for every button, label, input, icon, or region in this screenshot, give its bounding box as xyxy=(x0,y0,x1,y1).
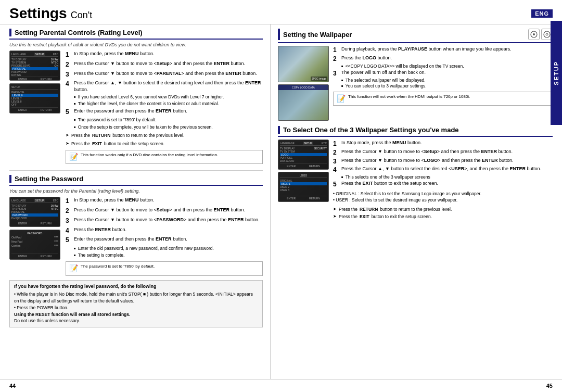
step-4: 4 Press the Cursor ▲, ▼ button to select… xyxy=(66,80,263,93)
wp-info-icon: 📝 xyxy=(337,94,346,104)
setup-sidebar: SETUP xyxy=(551,21,562,125)
wallpaper-section-title: Setting the Wallpaper xyxy=(283,31,352,39)
arrow-return: Press the RETURN button to return to the… xyxy=(66,133,263,138)
ws-arrow-return: Press the RETURN button to return to the… xyxy=(333,207,553,212)
password-screens: LANGUAGE SETUP ETC TV DISPLAY16:9W TV SY… xyxy=(9,197,61,276)
parental-instructions: 1 In Stop mode, press the MENU button. 2… xyxy=(66,50,263,164)
wallpaper-select-screens: LANGUAGE SETUP ETC TV DISPLAYSECURITY TV… xyxy=(278,140,330,220)
info-icon: 📝 xyxy=(69,152,78,162)
page-num-right: 45 xyxy=(546,383,553,389)
title-subtitle: Con't xyxy=(71,10,92,20)
parental-screen-2: SETUP PARENTAL LEVEL 6 LEVEL 7 LEVEL 8 O… xyxy=(9,83,60,113)
parental-body: LANGUAGE SETUP ETC TV DISPLAY16:9W TV SY… xyxy=(9,50,263,164)
main-content: Setting Parental Controls (Rating Level)… xyxy=(0,24,562,379)
password-section: Setting the Password You can set the pas… xyxy=(9,170,263,327)
copy-logo-overlay: COPY LOGO DATA xyxy=(278,85,328,90)
page-header: Settings Con't ENG xyxy=(0,0,562,24)
parental-screen-1: LANGUAGE SETUP ETC TV DISPLAY16:9W TV SY… xyxy=(9,50,60,81)
info-note-1: 📝 This function works only if a DVD disc… xyxy=(66,150,263,165)
wp-bullet-3b: You can select up to 3 wallpaper setting… xyxy=(333,83,553,89)
wallpaper-icons xyxy=(528,29,553,40)
ws-instructions: 1 In Stop mode, press the MENU button. 2… xyxy=(333,140,553,220)
wp-step-3: 3 The power will turn off and then back … xyxy=(333,69,553,78)
bullet-5a: The password is set to '7890' by default… xyxy=(66,117,263,123)
wp-info-text: This function will not work when the HDM… xyxy=(348,94,470,99)
pwd-step-2: 2 Press the Cursor ▼ button to move to <… xyxy=(66,207,263,216)
bullet-4a: If you have selected Level 6, you cannot… xyxy=(66,94,263,100)
page-title: Settings Con't xyxy=(9,5,92,22)
info-note-2: 📝 The password is set to '7890' by defau… xyxy=(66,261,263,276)
warning-text2: • Press the POWER button. xyxy=(14,305,258,311)
ws-arrow-exit: Press the EXIT button to exit the setup … xyxy=(333,214,553,220)
step-1: 1 In Stop mode, press the MENU button. xyxy=(66,50,263,59)
wp-bullet-3a: The selected wallpaper will be displayed… xyxy=(333,78,553,83)
warning-text3: Do not use this unless necessary. xyxy=(14,318,258,324)
section-divider xyxy=(9,39,263,40)
parental-section-header: Setting Parental Controls (Rating Level) xyxy=(9,29,263,36)
page-numbers: 44 45 xyxy=(0,379,562,392)
bullet-4b: The higher the level, the closer the con… xyxy=(66,101,263,107)
warning-bold1: Using the RESET function will erase all … xyxy=(14,311,258,318)
parental-controls-section: Setting Parental Controls (Rating Level)… xyxy=(9,29,263,164)
parental-section-title: Setting Parental Controls (Rating Level) xyxy=(15,29,143,36)
svg-point-1 xyxy=(533,33,535,35)
pwd-step-1: 1 In Stop mode, press the MENU button. xyxy=(66,197,263,206)
wp-step-1: 1 During playback, press the PLAY/PAUSE … xyxy=(333,46,553,55)
warning-box: If you have forgotten the rating level p… xyxy=(9,280,263,327)
wp-info-note: 📝 This function will not work when the H… xyxy=(333,92,553,106)
wallpaper-select-section: To Select One of the 3 Wallpaper Setting… xyxy=(278,126,553,220)
pwd-step-3: 3 Press the Cursor ▼ button to move to <… xyxy=(66,217,263,225)
ws-footer-notes: • ORIGINAL : Select this to set the Sams… xyxy=(333,191,553,204)
wp-step-2: 2 Press the LOGO button. xyxy=(333,55,553,64)
password-screen-1: LANGUAGE SETUP ETC TV DISPLAY16:9W TV SY… xyxy=(9,197,60,227)
ws-bullet-4a: This selects one of the 3 wallpaper scre… xyxy=(333,174,553,180)
ws-step-2: 2 Press the Cursor ▼ button to move to <… xyxy=(333,148,553,157)
svg-point-2 xyxy=(544,31,550,37)
copy-logo-screen: COPY LOGO DATA xyxy=(278,84,329,121)
password-section-title: Setting the Password xyxy=(15,175,83,183)
password-body: LANGUAGE SETUP ETC TV DISPLAY16:9W TV SY… xyxy=(9,197,263,276)
password-divider xyxy=(9,185,263,186)
wallpaper-section: Setting the Wallpaper xyxy=(278,29,553,121)
step-3: 3 Press the Cursor ▼ button to move to <… xyxy=(66,70,263,79)
warning-text1: • While the player is in No Disc mode, h… xyxy=(14,291,258,305)
ws-step-4: 4 Press the Cursor ▲, ▼ button to select… xyxy=(333,166,553,174)
ws-step-5: 5 Press the EXIT button to exit the setu… xyxy=(333,180,553,189)
pwd-step-4: 4 Press the ENTER button. xyxy=(66,226,263,235)
pwd-bullet-5b: The setting is complete. xyxy=(66,252,263,258)
page-num-left: 44 xyxy=(9,383,16,389)
ws-footer-1: • ORIGINAL : Select this to set the Sams… xyxy=(333,191,553,197)
info-note-2-text: The password is set to '7890' by default… xyxy=(81,263,155,269)
password-section-header: Setting the Password xyxy=(9,175,263,183)
info-note-text: This function works only if a DVD disc c… xyxy=(81,152,218,158)
parental-italic-note: Use this to restrict playback of adult o… xyxy=(9,42,263,47)
pwd-bullet-5a: Enter the old password, a new password, … xyxy=(66,246,263,251)
wallpaper-select-body: LANGUAGE SETUP ETC TV DISPLAYSECURITY TV… xyxy=(278,140,553,220)
ws-footer-2: • USER : Select this to set the desired … xyxy=(333,197,553,204)
arrow-exit: Press the EXIT button to exit the setup … xyxy=(66,141,263,147)
ws-screen-2: LOGO ORIGINAL USER 1 USER 2 USER 3 ENTER… xyxy=(278,172,329,202)
page-wrapper: Settings Con't ENG Setting Parental Cont… xyxy=(0,0,562,392)
left-column: Setting Parental Controls (Rating Level)… xyxy=(0,24,271,379)
warning-title: If you have forgotten the rating level p… xyxy=(14,283,258,290)
step-2: 2 Press the Cursor ▼ button to move to <… xyxy=(66,60,263,69)
ws-step-1: 1 In Stop mode, press the MENU button. xyxy=(333,140,553,148)
wallpaper-instructions: 1 During playback, press the PLAY/PAUSE … xyxy=(333,46,553,121)
wallpaper-section-header: Setting the Wallpaper xyxy=(278,29,553,40)
wallpaper-screen-1: JPEG image xyxy=(278,46,329,82)
right-column: Setting the Wallpaper xyxy=(271,24,562,379)
wallpaper-overlay: JPEG image xyxy=(311,77,327,81)
wallpaper-select-divider xyxy=(278,136,553,137)
ws-step-3: 3 Press the Cursor ▼ button to move to <… xyxy=(333,157,553,166)
wallpaper-divider xyxy=(278,42,553,43)
title-main: Settings xyxy=(9,5,67,21)
parental-screens: LANGUAGE SETUP ETC TV DISPLAY16:9W TV SY… xyxy=(9,50,61,164)
wallpaper-body: JPEG image COPY LOGO DATA 1 During playb… xyxy=(278,46,553,121)
ws-screen-1: LANGUAGE SETUP ETC TV DISPLAYSECURITY TV… xyxy=(278,140,329,170)
password-italic-note: You can set the password for the Parenta… xyxy=(9,188,263,194)
password-screen-2: PASSWORD Old Pwd **** New Pwd **** xyxy=(9,230,60,260)
pwd-step-5: 5 Enter the password and then press the … xyxy=(66,236,263,245)
svg-point-3 xyxy=(546,33,548,35)
eng-badge: ENG xyxy=(531,9,553,18)
setup-label: SETUP xyxy=(553,61,559,85)
